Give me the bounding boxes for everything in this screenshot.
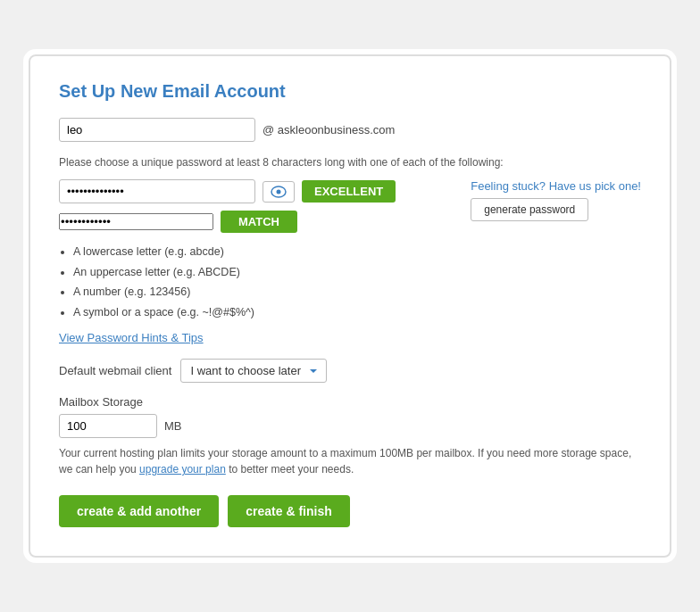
match-badge: MATCH (221, 211, 297, 233)
domain-label: @ askleoonbusiness.com (262, 123, 395, 136)
req-item: A symbol or a space (e.g. ~!@#$%^) (73, 302, 449, 323)
mailbox-row: MB (59, 414, 641, 438)
username-row: @ askleoonbusiness.com (59, 118, 641, 142)
req-item: A number (e.g. 123456) (73, 282, 449, 302)
create-add-another-button[interactable]: create & add another (59, 495, 219, 527)
webmail-select[interactable]: I want to choose later (180, 359, 327, 383)
password-input[interactable] (59, 179, 255, 203)
eye-icon (271, 186, 287, 198)
req-item: A lowercase letter (e.g. abcde) (73, 242, 449, 262)
generate-password-button[interactable]: generate password (471, 198, 588, 221)
username-input[interactable] (59, 118, 255, 142)
password-section: EXCELLENT MATCH A lowercase letter (e.g.… (59, 179, 641, 331)
excellent-badge: EXCELLENT (302, 180, 396, 203)
upgrade-plan-link[interactable]: upgrade your plan (139, 463, 226, 476)
password-confirm-row: MATCH (59, 211, 449, 233)
svg-point-1 (277, 189, 281, 194)
password-fields: EXCELLENT MATCH A lowercase letter (e.g.… (59, 179, 449, 331)
mailbox-section: Mailbox Storage MB Your current hosting … (59, 395, 641, 477)
password-helper: Feeling stuck? Have us pick one! generat… (471, 179, 641, 221)
password-hint: Please choose a unique password at least… (59, 154, 641, 170)
storage-note-text-2: to better meet your needs. (226, 463, 354, 476)
page-title: Set Up New Email Account (59, 81, 641, 102)
requirements-list: A lowercase letter (e.g. abcde) An upper… (73, 242, 449, 322)
password-confirm-input[interactable] (59, 213, 213, 230)
feeling-stuck-link[interactable]: Feeling stuck? Have us pick one! (471, 179, 641, 193)
mb-label: MB (164, 419, 182, 433)
webmail-row: Default webmail client I want to choose … (59, 359, 641, 383)
mailbox-label: Mailbox Storage (59, 395, 641, 409)
req-item: An uppercase letter (e.g. ABCDE) (73, 262, 449, 283)
view-hints-link[interactable]: View Password Hints & Tips (59, 331, 204, 344)
mailbox-storage-input[interactable] (59, 414, 157, 438)
webmail-label: Default webmail client (59, 364, 171, 377)
show-password-button[interactable] (262, 181, 295, 203)
storage-note: Your current hosting plan limits your st… (59, 445, 641, 477)
create-finish-button[interactable]: create & finish (228, 495, 349, 527)
password-row: EXCELLENT (59, 179, 449, 203)
buttons-row: create & add another create & finish (59, 495, 641, 527)
main-card: Set Up New Email Account @ askleoonbusin… (29, 54, 671, 558)
